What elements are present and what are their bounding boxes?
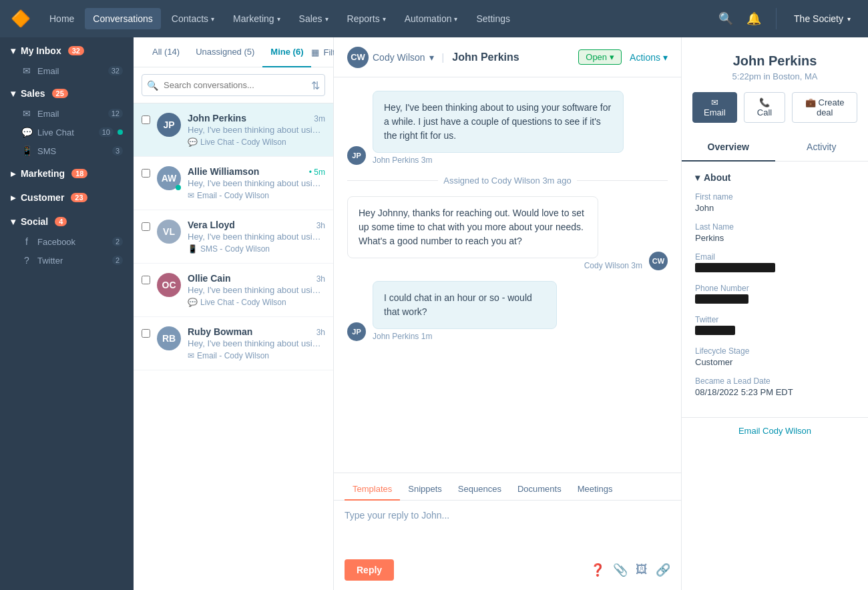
left-sidebar: ▾ My Inbox 32 ✉ Email 32 ▾ Sales 25	[0, 37, 134, 590]
nav-marketing[interactable]: Marketing ▾	[225, 8, 288, 29]
sidebar-item-sales-live-chat[interactable]: 💬 Live Chat 10	[21, 123, 134, 141]
sidebar-header-sales[interactable]: ▾ Sales 25	[0, 80, 134, 104]
reply-tab-documents[interactable]: Documents	[509, 479, 570, 501]
contact-actions: ✉ Email 📞 Call 💼 Create deal	[682, 92, 868, 133]
online-indicator	[118, 129, 123, 135]
conversation-items: JP John Perkins 3m Hey, I've been thinki…	[134, 103, 333, 590]
sidebar-item-sales-sms[interactable]: 📱 SMS 3	[21, 141, 134, 160]
agent-selector[interactable]: CW Cody Wilson ▾	[347, 47, 434, 68]
field-email: Email	[695, 252, 855, 274]
sort-icon[interactable]: ⇅	[311, 79, 320, 91]
email-cody-wilson-link[interactable]: Email Cody Wilson	[682, 417, 868, 444]
notifications-icon-button[interactable]: 🔔	[742, 7, 765, 30]
tab-all[interactable]: All (14)	[144, 37, 188, 67]
search-icon-button[interactable]: 🔍	[714, 7, 737, 30]
company-selector[interactable]: The Society ▾	[787, 9, 857, 28]
link-icon[interactable]: 🔗	[656, 563, 670, 577]
tab-overview[interactable]: Overview	[682, 133, 775, 162]
avatar: JP	[347, 146, 366, 165]
nav-contacts[interactable]: Contacts ▾	[164, 8, 222, 29]
conv-checkbox[interactable]	[142, 169, 150, 178]
field-twitter: Twitter	[695, 315, 855, 337]
conv-checkbox[interactable]	[142, 276, 150, 284]
nav-reports[interactable]: Reports ▾	[339, 8, 394, 29]
list-item[interactable]: JP John Perkins 3m Hey, I've been thinki…	[134, 103, 333, 157]
contact-header: John Perkins 5:22pm in Boston, MA	[682, 37, 868, 92]
sidebar-item-social-facebook[interactable]: f Facebook 2	[21, 232, 134, 251]
email-icon: ✉	[21, 108, 32, 119]
chat-icon: 💬	[188, 137, 198, 147]
attach-icon[interactable]: 📎	[613, 563, 628, 577]
list-item[interactable]: AW Allie Williamson • 5m Hey, I've been …	[134, 157, 333, 210]
sidebar-sub-social: f Facebook 2 ? Twitter 2	[0, 232, 134, 270]
help-icon[interactable]: ❓	[590, 563, 605, 577]
reply-button[interactable]: Reply	[345, 559, 394, 581]
chat-icon: 💬	[21, 127, 32, 137]
filter-icon: ▦	[311, 47, 319, 57]
reply-tab-templates[interactable]: Templates	[345, 479, 400, 501]
search-icon: 🔍	[147, 80, 158, 91]
nav-conversations[interactable]: Conversations	[85, 8, 161, 29]
nav-automation[interactable]: Automation ▾	[397, 8, 466, 29]
email-action-button[interactable]: ✉ Email	[692, 92, 737, 123]
call-action-button[interactable]: 📞 Call	[744, 92, 786, 123]
conversation-main: CW Cody Wilson ▾ | John Perkins Open ▾ A…	[334, 37, 681, 590]
chevron-down-icon: ▾	[663, 52, 668, 63]
field-first-name: First name John	[695, 192, 855, 213]
image-icon[interactable]: 🖼	[636, 563, 648, 577]
twitter-icon: ?	[21, 255, 32, 266]
avatar: RB	[157, 326, 181, 350]
message-row: Hey Johnny, thanks for reaching out. Wou…	[347, 196, 668, 270]
list-item[interactable]: OC Ollie Cain 3h Hey, I've been thinking…	[134, 264, 333, 317]
create-deal-button[interactable]: 💼 Create deal	[792, 92, 857, 123]
contact-name-header: John Perkins	[452, 51, 570, 63]
conversation-list: All (14) Unassigned (5) Mine (6) ▦ Filte…	[134, 37, 334, 590]
contact-time: 5:22pm in Boston, MA	[695, 71, 855, 81]
field-lifecycle-stage: Lifecycle Stage Customer	[695, 346, 855, 367]
sidebar-item-inbox-email[interactable]: ✉ Email 32	[21, 61, 134, 80]
reply-tab-snippets[interactable]: Snippets	[400, 479, 450, 501]
agent-avatar: CW	[649, 252, 668, 270]
assigned-banner: Assigned to Cody Wilson 3m ago	[347, 176, 668, 186]
conv-checkbox[interactable]	[142, 115, 150, 124]
nav-home[interactable]: Home	[41, 8, 82, 29]
tab-activity[interactable]: Activity	[775, 133, 869, 162]
tab-mine[interactable]: Mine (6)	[262, 37, 311, 67]
agent-avatar: CW	[347, 47, 369, 68]
message-bubble: Hey Johnny, thanks for reaching out. Wou…	[347, 196, 598, 258]
sidebar-header-social[interactable]: ▾ Social 4	[0, 208, 134, 232]
tab-unassigned[interactable]: Unassigned (5)	[188, 37, 262, 67]
actions-button[interactable]: Actions ▾	[630, 52, 668, 63]
sidebar-section-customer: ▸ Customer 23	[0, 184, 134, 208]
list-item[interactable]: VL Vera Lloyd 3h Hey, I've been thinking…	[134, 210, 333, 264]
chevron-down-icon: ▾	[11, 88, 15, 99]
reply-tab-sequences[interactable]: Sequences	[450, 479, 509, 501]
hubspot-logo[interactable]: 🔶	[11, 9, 31, 28]
sms-icon: 📱	[21, 145, 32, 156]
sidebar-header-customer[interactable]: ▸ Customer 23	[0, 184, 134, 208]
chat-icon: 💬	[188, 298, 198, 307]
status-badge[interactable]: Open ▾	[578, 49, 622, 65]
sidebar-header-marketing[interactable]: ▸ Marketing 18	[0, 160, 134, 184]
reply-tab-meetings[interactable]: Meetings	[570, 479, 621, 501]
sidebar-item-social-twitter[interactable]: ? Twitter 2	[21, 251, 134, 270]
conv-checkbox[interactable]	[142, 222, 150, 231]
email-icon: ✉	[21, 65, 32, 76]
panel-tabs: Overview Activity	[682, 133, 868, 162]
sidebar-header-my-inbox[interactable]: ▾ My Inbox 32	[0, 37, 134, 61]
reply-input-area[interactable]: Type your reply to John...	[334, 501, 681, 554]
nav-sales[interactable]: Sales ▾	[291, 8, 337, 29]
sidebar-section-social: ▾ Social 4 f Facebook 2 ? Twitter 2	[0, 208, 134, 270]
nav-settings[interactable]: Settings	[468, 8, 518, 29]
avatar: JP	[347, 322, 366, 341]
reply-footer: Reply ❓ 📎 🖼 🔗	[334, 554, 681, 590]
list-item[interactable]: RB Ruby Bowman 3h Hey, I've been thinkin…	[134, 317, 333, 370]
about-section-title[interactable]: ▾ About	[695, 172, 855, 183]
message-meta: John Perkins 3m	[373, 156, 668, 165]
conv-checkbox[interactable]	[142, 329, 150, 338]
chevron-down-icon: ▾	[610, 52, 614, 62]
chevron-down-icon: ▾	[429, 52, 434, 63]
search-input[interactable]	[142, 74, 325, 96]
sidebar-item-sales-email[interactable]: ✉ Email 12	[21, 104, 134, 123]
top-navigation: 🔶 Home Conversations Contacts ▾ Marketin…	[0, 0, 868, 37]
